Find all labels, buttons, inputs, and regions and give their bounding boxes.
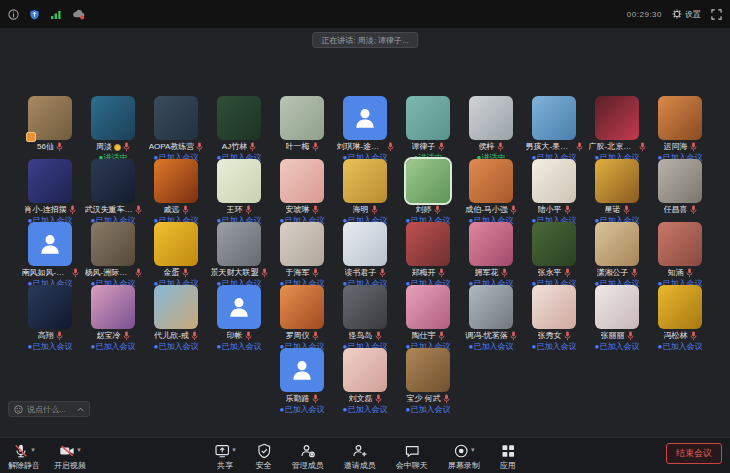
- participant-name: 星诺: [605, 205, 621, 215]
- participant-name: 拥军花: [475, 268, 499, 278]
- toolbar-button-camera-off[interactable]: ▾开启视频: [54, 443, 86, 470]
- participant-tile[interactable]: 郑梅开●已加入会议: [399, 222, 457, 285]
- avatar: [343, 159, 387, 203]
- participant-tile[interactable]: 金蛋●已加入会议: [147, 222, 205, 285]
- participant-tile[interactable]: 拥军花●已加入会议: [462, 222, 520, 285]
- caret-down-icon[interactable]: ▾: [471, 443, 475, 457]
- participant-row: 56仙周淡●讲话中AOPA教练营●已加入会议AJ竹林●已加入会议叶一梅刘琪琳-途…: [21, 96, 709, 159]
- participant-tile[interactable]: 戚远●已加入会议: [147, 159, 205, 222]
- settings-button[interactable]: 设置: [672, 9, 701, 20]
- participant-tile[interactable]: 杨风-洲际酒店●已加入会议: [84, 222, 142, 285]
- avatar: [154, 285, 198, 329]
- participant-tile[interactable]: 宝少 何武●已加入会议: [399, 348, 457, 411]
- participant-tile[interactable]: 王环●已加入会议: [210, 159, 268, 222]
- mic-muted-icon: [182, 205, 189, 215]
- mic-muted-icon: [182, 268, 189, 278]
- mic-muted-icon: [564, 205, 571, 215]
- participant-tile[interactable]: 陆小平●已加入会议: [525, 159, 583, 222]
- network-signal-icon[interactable]: [50, 9, 62, 20]
- participant-name-row: 男孩大-果怡文: [526, 142, 583, 152]
- participant-tile[interactable]: 张永平●已加入会议: [525, 222, 583, 285]
- participant-tile[interactable]: 周淡●讲话中: [84, 96, 142, 159]
- participant-tile[interactable]: 赵宝冷●已加入会议: [84, 285, 142, 348]
- participant-tile[interactable]: 56仙: [21, 96, 79, 159]
- end-meeting-button[interactable]: 结束会议: [666, 443, 722, 464]
- mic-muted-icon: [434, 205, 441, 215]
- participant-tile[interactable]: 于海军●已加入会议: [273, 222, 331, 285]
- participant-tile[interactable]: 星诺●已加入会议: [588, 159, 646, 222]
- participant-tile[interactable]: 叶一梅: [273, 96, 331, 159]
- participant-tile[interactable]: 知涵●已加入会议: [651, 222, 709, 285]
- avatar: [91, 96, 135, 140]
- participant-tile[interactable]: AOPA教练营●已加入会议: [147, 96, 205, 159]
- participant-tile[interactable]: 谭律子●讲话中: [399, 96, 457, 159]
- caret-down-icon[interactable]: ▾: [31, 443, 35, 457]
- chevron-up-icon[interactable]: [77, 407, 84, 412]
- participant-tile[interactable]: 安琥琳●已加入会议: [273, 159, 331, 222]
- cloud-record-icon[interactable]: [72, 9, 85, 20]
- fullscreen-icon[interactable]: [711, 9, 722, 20]
- participant-tile[interactable]: AJ竹林●已加入会议: [210, 96, 268, 159]
- participant-tile[interactable]: 景天财大联盟●已加入会议: [210, 222, 268, 285]
- participant-tile[interactable]: 成伯-马小强●已加入会议: [462, 159, 520, 222]
- participant-tile[interactable]: 侯梓●讲话中: [462, 96, 520, 159]
- avatar: [469, 222, 513, 266]
- toolbar-button-manage-members[interactable]: 管理成员: [292, 443, 324, 470]
- participant-tile[interactable]: 代儿欣-戒●已加入会议: [147, 285, 205, 348]
- participant-tile[interactable]: 印帐●已加入会议: [210, 285, 268, 348]
- participant-tile[interactable]: 海明●已加入会议: [336, 159, 394, 222]
- caret-down-icon[interactable]: ▾: [77, 443, 81, 457]
- toolbar-button-apps[interactable]: 应用: [500, 443, 516, 470]
- security-shield-icon[interactable]: [29, 9, 40, 20]
- participant-tile[interactable]: 怪鸟岛●已加入会议: [336, 285, 394, 348]
- mic-muted-icon: [312, 142, 319, 152]
- participant-name-row: 周淡: [96, 142, 130, 152]
- participant-name: 调冯-忧茗落: [465, 331, 508, 341]
- participant-tile[interactable]: 乐勤路●已加入会议: [273, 348, 331, 411]
- chat-quick-input[interactable]: 说点什么...: [8, 401, 90, 417]
- gear-icon: [672, 9, 682, 19]
- participant-tile[interactable]: 武汉失重车-一步●已加入会议: [84, 159, 142, 222]
- toolbar-button-chat[interactable]: 会中聊天: [396, 443, 428, 470]
- participant-name-row: 南风如风-午阳: [22, 268, 79, 278]
- participant-name-row: 杨风-洲际酒店: [85, 268, 142, 278]
- info-icon[interactable]: [8, 9, 19, 20]
- participant-tile[interactable]: 读书君子●已加入会议: [336, 222, 394, 285]
- meeting-window: 00:29:30 设置 正在讲话: 周淡; 谭律子... 56仙周淡●讲话中AO…: [0, 0, 730, 473]
- participant-name-row: 海明: [353, 205, 378, 215]
- mic-muted-icon: [690, 205, 697, 215]
- participant-tile[interactable]: 陶仕宇●已加入会议: [399, 285, 457, 348]
- participant-name: 郑梅开: [412, 268, 436, 278]
- participant-name: 罗周仪: [286, 331, 310, 341]
- participant-name: 赵宝冷: [97, 331, 121, 341]
- caret-down-icon[interactable]: ▾: [232, 443, 236, 457]
- toolbar-button-record[interactable]: ▾屏幕录制: [448, 443, 480, 470]
- toolbar-left-group: ▾解除静音▾开启视频: [8, 443, 86, 470]
- toolbar-button-security-shield[interactable]: 安全: [256, 443, 272, 470]
- avatar: [406, 222, 450, 266]
- participant-tile[interactable]: 任昌喜: [651, 159, 709, 222]
- participant-tile[interactable]: 刘婷●已加入会议: [399, 159, 457, 222]
- participant-tile[interactable]: 张丽丽●已加入会议: [588, 285, 646, 348]
- avatar: [406, 348, 450, 392]
- participant-tile[interactable]: 刘文磊●已加入会议: [336, 348, 394, 411]
- participant-tile[interactable]: 刘琪琳-途居洲际餐饮…●已加入会议: [336, 96, 394, 159]
- participant-tile[interactable]: 冯松林●已加入会议: [651, 285, 709, 348]
- participant-tile[interactable]: 男孩大-果怡文●已加入会议: [525, 96, 583, 159]
- avatar: [532, 285, 576, 329]
- participant-tile[interactable]: 南风如风-午阳●已加入会议: [21, 222, 79, 285]
- participant-name: 读书君子: [345, 268, 377, 278]
- participant-tile[interactable]: 高翔●已加入会议: [21, 285, 79, 348]
- participant-tile[interactable]: 潇湘公子●已加入会议: [588, 222, 646, 285]
- participant-tile[interactable]: 罗周仪●已加入会议: [273, 285, 331, 348]
- toolbar-button-mic-off[interactable]: ▾解除静音: [8, 443, 40, 470]
- toolbar-button-share-screen[interactable]: ▾共享: [214, 443, 236, 470]
- participant-tile[interactable]: 广胶-北京骑手体验●已加入会议: [588, 96, 646, 159]
- participant-tile[interactable]: 张秀女●已加入会议: [525, 285, 583, 348]
- mic-muted-icon: [387, 142, 394, 152]
- participant-name-row: 刘婷: [416, 205, 441, 215]
- toolbar-button-invite-members[interactable]: 邀请成员: [344, 443, 376, 470]
- participant-tile[interactable]: 运同海●已加入会议: [651, 96, 709, 159]
- participant-tile[interactable]: 调冯-忧茗落●已加入会议: [462, 285, 520, 348]
- participant-tile[interactable]: 肖小-连招摆●已加入会议: [21, 159, 79, 222]
